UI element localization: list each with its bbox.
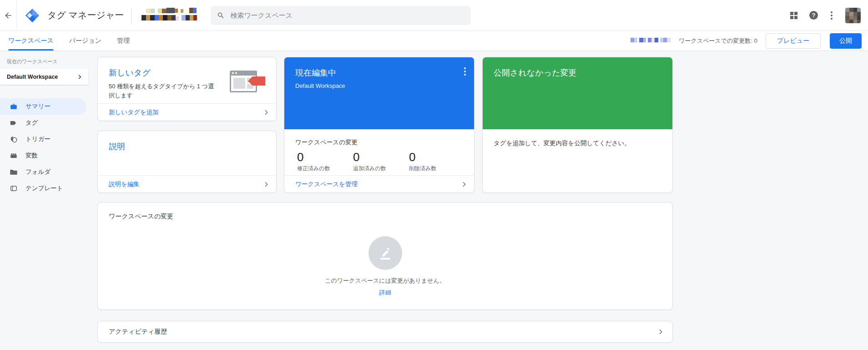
chevron-right-icon (262, 109, 270, 116)
search-input[interactable] (230, 11, 464, 19)
sidebar-item-label: サマリー (25, 102, 50, 111)
workspace-changes-heading: ワークスペースの変更 (295, 138, 474, 147)
unpublished-changes-title: 公開されなかった変更 (494, 67, 661, 78)
changes-panel-title: ワークスペースの変更 (109, 213, 672, 221)
user-avatar[interactable] (845, 8, 861, 23)
unpublished-changes-message: タグを追加して、変更内容を公開してください。 (494, 139, 661, 147)
sidebar-menu: サマリー タグ トリガー 変数 フォルダ テンプレート (0, 98, 89, 197)
manage-workspace-link[interactable]: ワークスペースを管理 (295, 180, 358, 188)
stat-label: 削除済み数 (409, 165, 465, 172)
card-menu-icon[interactable] (463, 66, 467, 76)
sidebar-item-label: トリガー (25, 135, 50, 143)
stat-value: 0 (297, 150, 353, 164)
sidebar-item-label: テンプレート (25, 184, 63, 193)
back-button[interactable] (0, 0, 17, 30)
publish-button[interactable]: 公開 (830, 33, 862, 49)
now-editing-card: 現在編集中 Default Workspace ワークスペースの変更 0 修正済… (284, 57, 474, 193)
redacted-account-name (138, 6, 198, 25)
stat-label: 修正済みの数 (297, 165, 353, 172)
stat-deleted: 0 削除済み数 (409, 150, 465, 172)
sidebar-item-label: フォルダ (25, 168, 50, 176)
workspace-changes-count: ワークスペースでの変更数: 0 (679, 37, 757, 45)
header-divider (131, 7, 131, 24)
sidebar-item-triggers[interactable]: トリガー (0, 131, 89, 147)
sidebar-item-variables[interactable]: 変数 (0, 147, 89, 164)
search-icon (217, 11, 225, 20)
unpublished-changes-card: 公開されなかった変更 タグを追加して、変更内容を公開してください。 (482, 57, 673, 193)
chevron-right-icon (76, 74, 83, 80)
workspace-selector[interactable]: Default Workspace (0, 69, 88, 85)
stat-value: 0 (353, 150, 409, 164)
new-tag-card: 新しいタグ 50 種類を超えるタグタイプから 1 つ選択します 新しいタグを追加 (97, 57, 277, 121)
nav-tabs: ワークスペース バージョン 管理 (0, 31, 145, 51)
now-editing-title: 現在編集中 (295, 67, 463, 78)
new-tag-illustration-icon (230, 70, 265, 93)
stat-label: 追加済みの数 (353, 165, 409, 172)
edit-description-action[interactable]: 説明を編集 (98, 175, 276, 193)
workspace-search (211, 6, 471, 25)
description-card: 説明 説明を編集 (97, 131, 277, 193)
help-icon[interactable]: ? (809, 11, 818, 20)
unpublished-changes-header: 公開されなかった変更 (483, 57, 672, 129)
activity-history-title: アクティビティ履歴 (109, 328, 167, 336)
changes-empty-message: このワークスペースには変更がありません。 (98, 277, 672, 285)
now-editing-workspace-name: Default Workspace (295, 82, 463, 89)
appbar-right-icons: ? (790, 8, 868, 23)
manage-workspace-action[interactable]: ワークスペースを管理 (284, 175, 474, 193)
variables-icon (10, 152, 18, 160)
workspace-changes-panel: ワークスペースの変更 このワークスペースには変更がありません。 詳細 (97, 202, 673, 310)
trigger-icon (10, 135, 18, 143)
stat-added: 0 追加済みの数 (353, 150, 409, 172)
changes-empty-state: このワークスペースには変更がありません。 詳細 (98, 236, 672, 297)
overflow-menu-icon[interactable] (830, 10, 833, 20)
sidebar-item-label: タグ (25, 119, 38, 127)
edit-description-link[interactable]: 説明を編集 (109, 180, 140, 188)
current-workspace-label: 現在のワークスペース (7, 58, 89, 65)
app-title: タグ マネージャー (47, 9, 124, 21)
description-title: 説明 (109, 141, 276, 152)
app-bar: タグ マネージャー ? (0, 0, 868, 31)
add-new-tag-action[interactable]: 新しいタグを追加 (98, 103, 276, 121)
sidebar-item-tags[interactable]: タグ (0, 115, 89, 131)
chevron-right-icon (657, 328, 664, 335)
stat-value: 0 (409, 150, 465, 164)
details-link[interactable]: 詳細 (379, 289, 391, 297)
tab-workspace[interactable]: ワークスペース (8, 31, 54, 51)
sidebar-item-label: 変数 (25, 152, 38, 160)
chevron-right-icon (460, 181, 468, 188)
summary-icon (10, 102, 18, 111)
tag-manager-logo[interactable] (25, 8, 40, 23)
apps-grid-icon[interactable] (790, 12, 797, 19)
workspace-stats: 0 修正済みの数 0 追加済みの数 0 削除済み数 (297, 150, 474, 172)
tabbar-right: ワークスペースでの変更数: 0 プレビュー 公開 (631, 33, 868, 49)
chevron-right-icon (262, 181, 270, 188)
arrow-back-icon (4, 11, 13, 20)
sidebar-item-templates[interactable]: テンプレート (0, 180, 89, 197)
gtm-workspace-page: タグ マネージャー ? (0, 0, 868, 350)
tab-admin[interactable]: 管理 (117, 31, 130, 51)
activity-history-bar[interactable]: アクティビティ履歴 (97, 321, 673, 343)
tab-bar: ワークスペース バージョン 管理 ワークスペースでの変更数: 0 プレビュー 公… (0, 31, 868, 51)
tag-icon (10, 119, 18, 127)
add-new-tag-link[interactable]: 新しいタグを追加 (109, 108, 159, 117)
sidebar: 現在のワークスペース Default Workspace サマリー タグ トリガ… (0, 51, 89, 350)
sidebar-item-summary[interactable]: サマリー (0, 98, 86, 115)
folder-icon (10, 168, 18, 176)
template-icon (10, 184, 18, 193)
sidebar-item-folders[interactable]: フォルダ (0, 164, 89, 180)
new-tag-description: 50 種類を超えるタグタイプから 1 つ選択します (109, 82, 218, 100)
edit-pencil-icon (368, 236, 402, 270)
preview-button[interactable]: プレビュー (766, 33, 821, 49)
redacted-container-id (631, 37, 671, 45)
now-editing-header: 現在編集中 Default Workspace (284, 57, 474, 129)
workspace-name: Default Workspace (7, 74, 58, 80)
stat-modified: 0 修正済みの数 (297, 150, 353, 172)
tab-versions[interactable]: バージョン (69, 31, 101, 51)
